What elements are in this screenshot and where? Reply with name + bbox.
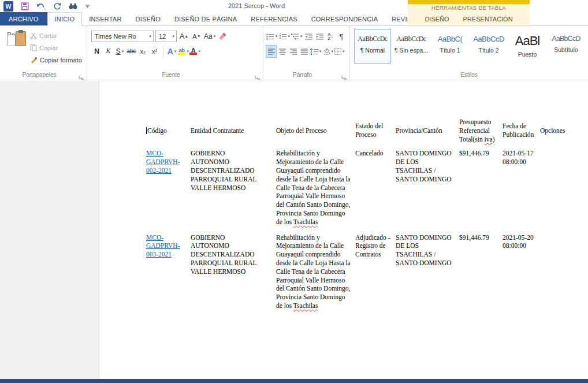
- clipboard-group: Pegar ▾ Cortar Copiar Copiar formato Por…: [0, 26, 87, 80]
- header-objeto: Objeto del Proceso: [276, 118, 355, 149]
- paste-button[interactable]: Pegar ▾: [5, 30, 27, 49]
- table-tools-title: HERRAMIENTAS DE TABLA: [408, 4, 530, 12]
- header-fecha: Fecha de Publicación: [503, 118, 540, 149]
- table-header-row: Código Entidad Contratante Objeto del Pr…: [146, 118, 575, 149]
- redo-icon[interactable]: [53, 1, 61, 12]
- justify-button[interactable]: [299, 46, 309, 57]
- show-marks-button[interactable]: ¶: [337, 31, 347, 42]
- page-left-margin: [0, 81, 99, 379]
- cell-objeto: Rehabilitación y Mejoramiento de la Call…: [276, 149, 355, 233]
- style-titulo-1[interactable]: AaBbC( Título 1: [431, 29, 468, 64]
- tab-correspondencia[interactable]: CORRESPONDENCIA: [304, 12, 385, 25]
- tab-diseno-de-pagina[interactable]: DISEÑO DE PÁGINA: [168, 12, 244, 25]
- header-entidad: Entidad Contratante: [191, 118, 276, 149]
- tab-table-presentacion[interactable]: PRESENTACIÓN: [459, 16, 518, 23]
- superscript-button[interactable]: x²: [149, 45, 160, 57]
- style-normal[interactable]: AaBbCcDc ¶ Normal: [354, 29, 391, 64]
- tab-inicio[interactable]: INICIO: [47, 12, 83, 26]
- header-estado: Estado del Proceso: [355, 118, 396, 149]
- borders-button[interactable]: ▾: [334, 46, 345, 57]
- ribbon: Pegar ▾ Cortar Copiar Copiar formato Por…: [0, 26, 588, 80]
- cut-button[interactable]: Cortar: [30, 32, 57, 39]
- clipboard-dialog-launcher-icon[interactable]: [79, 72, 84, 78]
- clear-formatting-button[interactable]: [217, 30, 228, 42]
- styles-group: AaBbCcDc ¶ Normal AaBbCcDc ¶ Sin espa...…: [350, 26, 588, 80]
- copy-button[interactable]: Copiar: [30, 44, 58, 51]
- page[interactable]: Código Entidad Contratante Objeto del Pr…: [146, 118, 575, 317]
- tab-table-diseno[interactable]: DISEÑO: [420, 16, 453, 23]
- status-bar-edge: [0, 379, 588, 383]
- cell-opciones: [540, 233, 575, 317]
- grow-font-button[interactable]: A▲: [178, 30, 189, 42]
- tab-referencias[interactable]: REFERENCIAS: [244, 12, 304, 25]
- cell-fecha: 2021-05-20 08:00:00: [503, 233, 540, 317]
- cell-estado: Adjudicado - Registro de Contratos: [355, 233, 396, 317]
- paint-bucket-icon: [323, 48, 330, 55]
- italic-button[interactable]: K: [103, 45, 114, 57]
- header-codigo: Código: [146, 118, 191, 149]
- quick-access-toolbar: W: [3, 1, 90, 12]
- cell-entidad: GOBIERNO AUTONOMO DESCENTRALIZADO PARROQ…: [191, 149, 276, 233]
- table-tools-accent-bar: [408, 0, 530, 4]
- strikethrough-button[interactable]: abc: [126, 45, 137, 57]
- decrease-indent-button[interactable]: [304, 31, 314, 42]
- text-effects-button[interactable]: A▾: [166, 45, 177, 57]
- change-case-button[interactable]: Aa▾: [204, 30, 215, 42]
- find-icon[interactable]: [69, 1, 77, 12]
- font-size-combo[interactable]: 12▾: [155, 31, 177, 42]
- numbering-button[interactable]: ▾: [279, 31, 291, 42]
- cell-objeto: Rehabilitación y Mejoramiento de la Call…: [276, 233, 355, 317]
- align-center-button[interactable]: [277, 46, 287, 57]
- align-left-button[interactable]: [266, 46, 276, 57]
- cell-presupuesto: $91,446.79: [459, 233, 503, 317]
- multilevel-list-button[interactable]: ▾: [291, 31, 303, 42]
- style-titulo-2[interactable]: AaBbCcD Título 2: [470, 29, 507, 64]
- line-spacing-button[interactable]: ▾: [310, 46, 322, 57]
- header-opciones: Opciones: [540, 118, 575, 149]
- style-sin-espaciado[interactable]: AaBbCcDc ¶ Sin espa...: [393, 29, 430, 64]
- save-icon[interactable]: [21, 1, 29, 12]
- undo-icon[interactable]: [36, 1, 46, 12]
- font-name-combo[interactable]: Times New Ro▾: [91, 31, 154, 42]
- table-row: MCO-GADPRVH-003-2021 GOBIERNO AUTONOMO D…: [146, 233, 575, 317]
- bold-button[interactable]: N: [91, 45, 102, 57]
- cell-opciones: [540, 149, 575, 233]
- align-right-button[interactable]: [288, 46, 298, 57]
- tab-insertar[interactable]: INSERTAR: [82, 12, 128, 25]
- word-window: W 2021 Sercop - Word ARCHIVO INICIO INSE…: [0, 0, 588, 383]
- shrink-font-button[interactable]: A▼: [191, 30, 202, 42]
- tab-diseno[interactable]: DISEÑO: [129, 12, 168, 25]
- subscript-button[interactable]: x₂: [137, 45, 148, 57]
- tab-archivo[interactable]: ARCHIVO: [0, 12, 47, 25]
- style-subtitulo[interactable]: AaBbCcD Subtítulo: [548, 29, 585, 64]
- paragraph-dialog-launcher-icon[interactable]: [341, 72, 347, 78]
- text-cursor: [146, 127, 147, 134]
- font-group: Times New Ro▾ 12▾ A▲ A▼ Aa▾ N K S▾ abc x…: [87, 26, 263, 80]
- cell-estado: Cancelado: [355, 149, 396, 233]
- chevron-down-icon: ▾: [172, 34, 174, 39]
- cell-provincia: SANTO DOMINGO DE LOS TSACHILAS / SANTO D…: [396, 233, 459, 317]
- bullets-button[interactable]: ▾: [266, 31, 278, 42]
- shading-button[interactable]: ▾: [323, 46, 334, 57]
- process-link[interactable]: MCO-GADPRVH-002-2021: [146, 150, 180, 174]
- cell-codigo: MCO-GADPRVH-002-2021: [146, 149, 191, 233]
- sort-button[interactable]: AZ↓: [326, 31, 336, 42]
- underline-button[interactable]: S▾: [114, 45, 125, 57]
- header-presupuesto: Presupuesto Referencial Total(sin iva): [459, 118, 503, 149]
- highlight-color-button[interactable]: ab ▾: [178, 45, 189, 57]
- word-logo-icon: W: [3, 1, 13, 12]
- table-tools-contextual-group: HERRAMIENTAS DE TABLA DISEÑO PRESENTACIÓ…: [408, 0, 530, 25]
- customize-quick-access-icon[interactable]: [85, 1, 90, 12]
- increase-indent-button[interactable]: [315, 31, 325, 42]
- process-link[interactable]: MCO-GADPRVH-003-2021: [146, 234, 180, 258]
- format-painter-button[interactable]: Copiar formato: [30, 56, 82, 64]
- font-color-button[interactable]: A ▾: [189, 45, 200, 57]
- chevron-down-icon: ▾: [149, 34, 151, 39]
- copy-icon: [30, 44, 37, 51]
- cell-presupuesto: $91,446.79: [459, 149, 503, 233]
- style-puesto[interactable]: AaBl Puesto: [509, 29, 546, 64]
- document-area: Código Entidad Contratante Objeto del Pr…: [0, 81, 588, 379]
- font-dialog-launcher-icon[interactable]: [255, 72, 260, 78]
- header-provincia: Provincia/Cantón: [396, 118, 459, 149]
- eraser-icon: [218, 32, 227, 40]
